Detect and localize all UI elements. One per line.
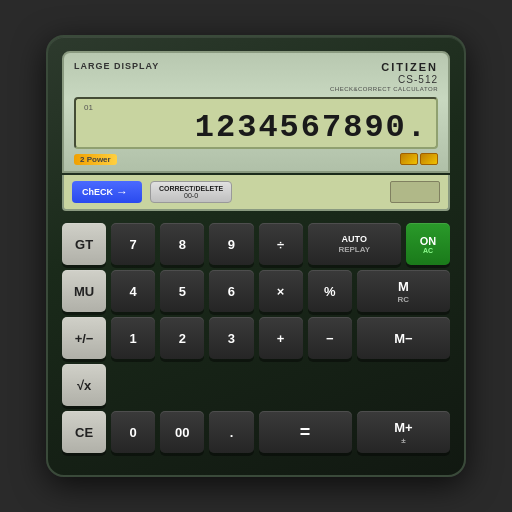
key-7[interactable]: 7 (111, 223, 155, 265)
power-row: 2 Power (74, 153, 438, 165)
plus-minus-button[interactable]: +/− (62, 317, 106, 359)
display-value: 1234567890. (84, 112, 428, 144)
on-ac-button[interactable]: ON AC (406, 223, 450, 265)
key-8[interactable]: 8 (160, 223, 204, 265)
key-00[interactable]: 00 (160, 411, 204, 453)
correct-sub: 00-0 (184, 192, 198, 199)
key-3[interactable]: 3 (209, 317, 253, 359)
gt-button[interactable]: GT (62, 223, 106, 265)
spacer (111, 364, 450, 406)
equals-button[interactable]: = (259, 411, 352, 453)
correct-button[interactable]: CORRECT/DELETE 00-0 (150, 181, 232, 203)
buttons-grid: GT 7 8 9 ÷ AUTO REPLAY ON AC MU 4 5 (62, 219, 450, 457)
key-1[interactable]: 1 (111, 317, 155, 359)
correct-label: CORRECT/DELETE (159, 185, 223, 192)
solar-panel-2 (420, 153, 438, 165)
mminus-button[interactable]: M− (357, 317, 450, 359)
large-display-label: LARGE DISPLAY (74, 61, 159, 71)
mrc-button[interactable]: M RC (357, 270, 450, 312)
ce-button[interactable]: CE (62, 411, 106, 453)
key-9[interactable]: 9 (209, 223, 253, 265)
solar-panel-1 (400, 153, 418, 165)
plus-button[interactable]: + (259, 317, 303, 359)
key-4[interactable]: 4 (111, 270, 155, 312)
key-5[interactable]: 5 (160, 270, 204, 312)
check-label: ChECK (82, 187, 113, 197)
key-6[interactable]: 6 (209, 270, 253, 312)
auto-replay-button[interactable]: AUTO REPLAY (308, 223, 401, 265)
mu-button[interactable]: MU (62, 270, 106, 312)
mplus-button[interactable]: M+ ± (357, 411, 450, 453)
sqrt-button[interactable]: √x (62, 364, 106, 406)
multiply-button[interactable]: × (259, 270, 303, 312)
decimal-button[interactable]: . (209, 411, 253, 453)
check-button[interactable]: ChECK → (72, 181, 142, 203)
brand-subtitle: CHECK&CORRECT CALCULATOR (330, 86, 438, 93)
check-arrow-icon: → (116, 185, 128, 199)
divide-button[interactable]: ÷ (259, 223, 303, 265)
two-power-label: 2 Power (74, 154, 117, 165)
percent-button[interactable]: % (308, 270, 352, 312)
main-display: 01 1234567890. (74, 97, 438, 149)
key-0[interactable]: 0 (111, 411, 155, 453)
brand-name: CITIZEN (330, 61, 438, 74)
small-display (390, 181, 440, 203)
calculator-body: LARGE DISPLAY CITIZEN CS-512 CHECK&CORRE… (46, 35, 466, 477)
minus-button[interactable]: − (308, 317, 352, 359)
display-section: LARGE DISPLAY CITIZEN CS-512 CHECK&CORRE… (62, 51, 450, 173)
brand-model: CS-512 (330, 74, 438, 86)
solar-panels (400, 153, 438, 165)
brand-info: CITIZEN CS-512 CHECK&CORRECT CALCULATOR (330, 61, 438, 93)
special-buttons-row: ChECK → CORRECT/DELETE 00-0 (62, 175, 450, 211)
key-2[interactable]: 2 (160, 317, 204, 359)
